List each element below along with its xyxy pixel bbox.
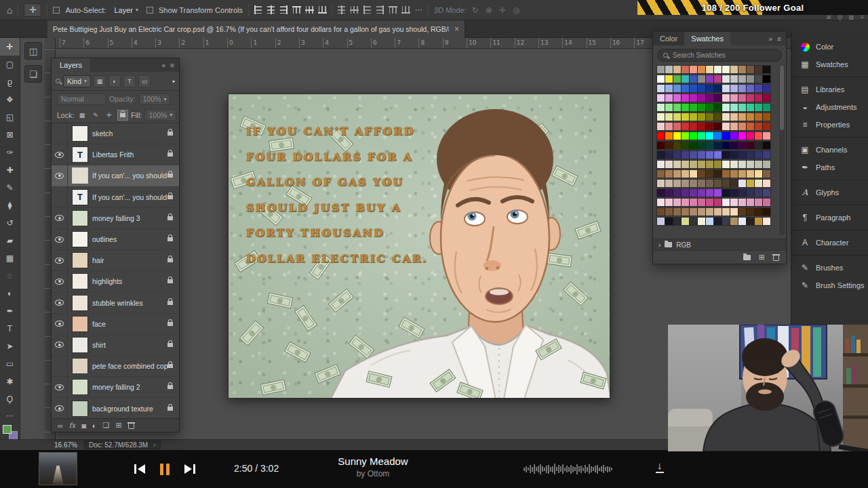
color-swatch[interactable] [682, 189, 689, 197]
color-swatch[interactable] [657, 94, 665, 102]
color-swatch[interactable] [738, 132, 746, 140]
color-swatch[interactable] [722, 170, 730, 178]
color-swatch[interactable] [706, 161, 713, 168]
color-swatch[interactable] [690, 199, 697, 206]
color-swatch[interactable] [706, 142, 713, 149]
color-swatch[interactable] [657, 218, 665, 225]
distribute-vertical-icon[interactable] [351, 6, 358, 14]
align-center-icon[interactable] [267, 6, 275, 14]
color-swatch[interactable] [665, 75, 673, 83]
color-swatch[interactable] [657, 142, 665, 149]
color-swatch[interactable] [714, 75, 722, 83]
history-panel-icon[interactable]: ◫ [24, 42, 42, 60]
status-options-icon[interactable]: › [153, 441, 155, 449]
color-swatch[interactable] [722, 208, 730, 216]
color-swatch[interactable] [738, 75, 746, 83]
layer-name[interactable]: hair [92, 256, 167, 264]
color-swatch[interactable] [682, 104, 689, 111]
color-swatch[interactable] [682, 85, 689, 92]
dock-character[interactable]: ACharacter [791, 234, 868, 251]
distribute-left-icon[interactable] [363, 6, 371, 14]
color-swatch[interactable] [763, 208, 770, 216]
layer-row[interactable]: money falling 3 [52, 208, 179, 229]
color-swatch[interactable] [698, 123, 705, 130]
opacity-value-box[interactable]: 100% ▾ [139, 94, 171, 105]
zoom-tool[interactable]: Ϙ [0, 390, 20, 408]
layer-name[interactable]: If you can'... you should [92, 193, 167, 201]
color-swatch[interactable] [730, 75, 738, 83]
color-swatch[interactable] [665, 170, 673, 178]
color-swatch[interactable] [698, 66, 705, 73]
color-swatch[interactable] [714, 161, 722, 168]
color-swatch[interactable] [706, 151, 713, 159]
color-swatch[interactable] [682, 151, 689, 159]
lasso-tool[interactable]: ϱ [0, 73, 20, 91]
color-swatch[interactable] [763, 170, 770, 178]
color-swatch[interactable] [698, 180, 705, 187]
color-swatch[interactable] [673, 218, 681, 225]
layer-visibility-toggle[interactable] [52, 165, 68, 186]
layer-thumbnail[interactable] [72, 210, 88, 226]
color-swatch[interactable] [673, 151, 681, 159]
3d-orbit-icon[interactable]: ↻ [472, 5, 479, 15]
color-swatch[interactable] [665, 189, 673, 197]
align-top-icon[interactable] [293, 6, 300, 14]
layer-row[interactable]: TIf you can'... you should [52, 187, 179, 208]
color-swatch[interactable] [682, 208, 689, 216]
color-swatch[interactable] [747, 161, 754, 168]
color-swatch[interactable] [665, 161, 673, 168]
color-swatch[interactable] [690, 170, 697, 178]
layer-row[interactable]: TLibertas Frith [52, 144, 179, 165]
color-swatch[interactable] [738, 151, 746, 159]
color-swatch[interactable] [763, 161, 770, 168]
expand-panel-icon[interactable]: » [769, 35, 773, 43]
color-swatch[interactable] [738, 218, 746, 225]
color-swatch[interactable] [673, 113, 681, 121]
color-swatch[interactable] [738, 113, 746, 121]
hand-tool[interactable]: ✱ [0, 373, 20, 390]
color-swatch[interactable] [665, 66, 673, 73]
color-swatch[interactable] [755, 104, 762, 111]
color-swatch[interactable] [755, 75, 762, 83]
color-swatch[interactable] [738, 170, 746, 178]
color-swatch[interactable] [755, 113, 762, 121]
adjustment-layer-icon[interactable]: ◐ [92, 422, 97, 430]
color-swatch[interactable] [698, 75, 705, 83]
color-swatch[interactable] [665, 85, 673, 92]
color-swatch[interactable] [690, 218, 697, 225]
distribute-bottom-icon[interactable] [402, 6, 410, 14]
color-swatch[interactable] [673, 199, 681, 206]
color-swatch[interactable] [657, 180, 665, 187]
color-swatch[interactable] [682, 199, 689, 206]
color-swatch[interactable] [673, 132, 681, 140]
color-swatch[interactable] [706, 199, 713, 206]
document-tab[interactable]: Pete Buttigieg Just Buy an Electric Car … [47, 20, 465, 38]
color-swatch[interactable] [714, 104, 722, 111]
layer-visibility-toggle[interactable] [52, 271, 68, 291]
color-swatch[interactable] [747, 142, 754, 149]
color-swatch[interactable] [682, 161, 689, 168]
color-swatch[interactable] [763, 132, 770, 140]
color-swatch[interactable] [706, 218, 713, 225]
layer-visibility-toggle[interactable] [52, 398, 68, 418]
layer-visibility-toggle[interactable] [52, 144, 68, 165]
color-swatch[interactable] [714, 94, 722, 102]
color-swatch[interactable] [682, 75, 689, 83]
move-tool[interactable]: ✛ [0, 38, 20, 56]
color-swatch[interactable] [665, 123, 673, 130]
color-swatch[interactable] [730, 123, 738, 130]
color-swatch[interactable] [657, 161, 665, 168]
layer-name[interactable]: shirt [92, 341, 167, 349]
color-swatch[interactable] [738, 66, 746, 73]
layer-name[interactable]: money falling 2 [92, 383, 167, 391]
color-swatch[interactable] [755, 151, 762, 159]
color-swatch[interactable] [755, 132, 762, 140]
color-swatch[interactable] [665, 104, 673, 111]
layer-name[interactable]: sketch [92, 129, 167, 138]
color-swatch[interactable] [747, 123, 754, 130]
color-swatch[interactable] [657, 75, 665, 83]
color-swatch[interactable] [763, 199, 770, 206]
layer-thumbnail[interactable] [72, 231, 88, 247]
color-swatch[interactable] [763, 75, 770, 83]
color-swatch[interactable] [722, 199, 730, 206]
